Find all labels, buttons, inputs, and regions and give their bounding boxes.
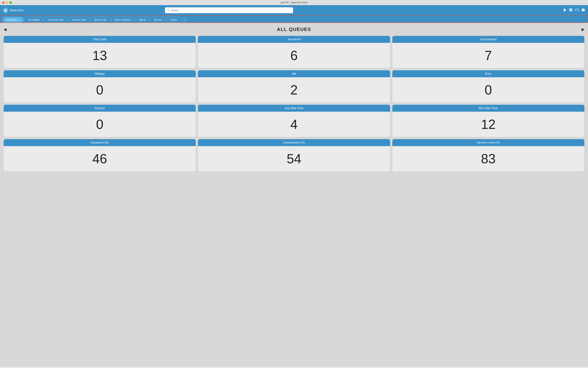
search-icon (167, 9, 170, 12)
tab-queues[interactable]: Queues (150, 17, 166, 23)
stat-header-idle: Idle (198, 70, 390, 77)
user-avatar (3, 8, 8, 13)
window-title: gloCOM - Supervisor Panel (281, 1, 307, 4)
stat-header-busy: Busy (392, 70, 584, 77)
notifications-icon[interactable] (563, 8, 566, 13)
username-label: Supervisor (9, 9, 23, 12)
stats-grid: Total Calls 13 Answered 6 Unanswered 7 W… (4, 36, 584, 171)
stat-value-idle: 2 (198, 77, 390, 102)
page-header: ◀ ALL QUEUES ▶ (4, 27, 584, 32)
search-bar[interactable] (165, 7, 293, 13)
stat-card-unanswered-pct: Unanswered (%) 54 (198, 139, 390, 171)
help-icon[interactable] (581, 8, 585, 13)
stat-header-unanswered: Unanswered (392, 36, 584, 43)
stat-header-service-level-pct: Service Level (%) (392, 139, 584, 146)
title-bar: gloCOM - Supervisor Panel (0, 0, 588, 5)
stat-value-unanswered: 7 (392, 43, 584, 68)
stat-card-busy: Busy 0 (392, 70, 584, 102)
stat-card-waiting: Waiting 0 (4, 70, 196, 102)
stat-value-waiting: 0 (4, 77, 196, 102)
close-button[interactable] (2, 1, 5, 4)
app-header: Supervisor (0, 5, 588, 15)
main-content: ◀ ALL QUEUES ▶ Total Calls 13 Answered 6… (0, 23, 588, 367)
stat-header-avg-wait-time: Avg Wait Time (198, 105, 390, 112)
stat-value-paused: 0 (4, 112, 196, 137)
tab-close-wallboard[interactable]: ✕ (18, 19, 20, 21)
stat-header-unanswered-pct: Unanswered (%) (198, 139, 390, 146)
stat-card-answered: Answered 6 (198, 36, 390, 68)
stat-value-answered: 6 (198, 43, 390, 68)
tab-queue-calls[interactable]: Queue Calls (91, 17, 110, 23)
stat-card-unanswered: Unanswered 7 (392, 36, 584, 68)
tab-agents[interactable]: Agents (135, 17, 150, 23)
stat-value-max-wait-time: 12 (392, 112, 584, 137)
tab-agent-statistics[interactable]: Agent Statistics (111, 17, 135, 23)
stat-value-total-calls: 13 (4, 43, 196, 68)
tab-graphs[interactable]: Graphs (166, 17, 181, 23)
tabs-container: Wallboard ✕ Campaigns Outbound Calls Inb… (0, 15, 588, 23)
header-actions (563, 8, 585, 13)
stat-header-waiting: Waiting (4, 70, 196, 77)
stat-card-max-wait-time: Max Wait Time 12 (392, 105, 584, 137)
stat-value-avg-wait-time: 4 (198, 112, 390, 137)
stat-header-total-calls: Total Calls (4, 36, 196, 43)
tab-bar: Wallboard ✕ Campaigns Outbound Calls Inb… (3, 17, 585, 23)
headset-icon[interactable] (575, 8, 579, 13)
stat-value-unanswered-pct: 54 (198, 146, 390, 171)
stat-header-answered: Answered (198, 36, 390, 43)
dashboard-icon[interactable] (569, 8, 573, 13)
stat-value-busy: 0 (392, 77, 584, 102)
stat-header-max-wait-time: Max Wait Time (392, 105, 584, 112)
tab-inbound-calls[interactable]: Inbound Calls (68, 17, 90, 23)
stat-card-answered-pct: Answered (%) 46 (4, 139, 196, 171)
stat-header-answered-pct: Answered (%) (4, 139, 196, 146)
stat-card-paused: Paused 0 (4, 105, 196, 137)
maximize-button[interactable] (9, 1, 12, 4)
page-title: ALL QUEUES (277, 27, 311, 32)
stat-card-avg-wait-time: Avg Wait Time 4 (198, 105, 390, 137)
stat-card-idle: Idle 2 (198, 70, 390, 102)
tab-wallboard[interactable]: Wallboard ✕ (3, 17, 24, 23)
user-info: Supervisor (3, 8, 28, 13)
search-input[interactable] (171, 9, 291, 12)
tab-outbound-calls[interactable]: Outbound Calls (44, 17, 67, 23)
stat-header-paused: Paused (4, 105, 196, 112)
add-tab-button[interactable]: + (183, 17, 188, 22)
minimize-button[interactable] (6, 1, 8, 4)
tab-campaigns[interactable]: Campaigns (24, 17, 43, 23)
stat-value-service-level-pct: 83 (392, 146, 584, 171)
stat-card-total-calls: Total Calls 13 (4, 36, 196, 68)
window-controls (2, 1, 12, 4)
stat-card-service-level-pct: Service Level (%) 83 (392, 139, 584, 171)
next-arrow[interactable]: ▶ (582, 27, 584, 32)
stat-value-answered-pct: 46 (4, 146, 196, 171)
prev-arrow[interactable]: ◀ (4, 27, 6, 32)
